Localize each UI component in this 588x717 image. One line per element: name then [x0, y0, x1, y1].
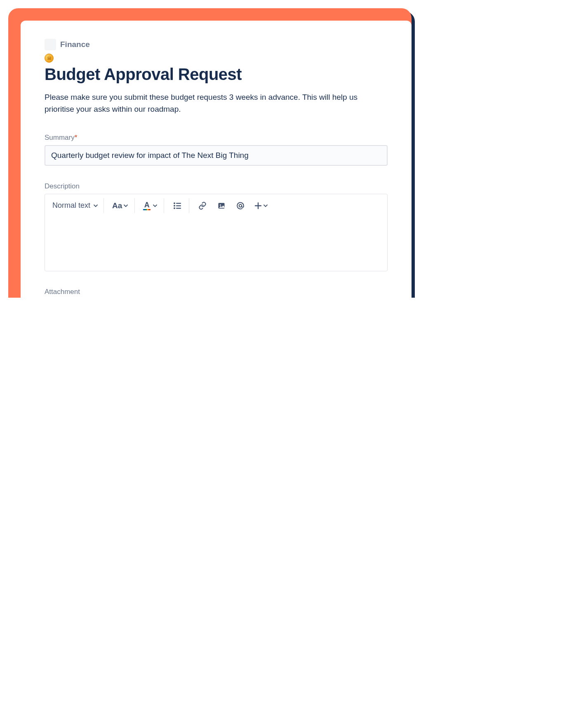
- svg-point-2: [174, 205, 175, 207]
- description-label: Description: [45, 182, 388, 190]
- chevron-down-icon: [94, 204, 98, 208]
- insert-more-button[interactable]: [253, 199, 269, 212]
- chevron-down-icon: [153, 204, 157, 208]
- text-color-button[interactable]: A: [141, 199, 159, 212]
- text-color-icon: A: [143, 201, 151, 210]
- chevron-down-icon: [124, 204, 128, 208]
- breadcrumb: Finance: [45, 39, 388, 50]
- rich-text-editor: Normal text Aa A: [45, 194, 388, 271]
- request-form-card: Finance 🏛 Budget Approval Request Please…: [21, 21, 412, 298]
- text-style-select[interactable]: Normal text: [52, 200, 99, 212]
- svg-rect-3: [176, 205, 181, 206]
- link-button[interactable]: [196, 199, 209, 212]
- editor-toolbar: Normal text Aa A: [45, 194, 387, 217]
- bullet-list-button[interactable]: [171, 199, 184, 212]
- image-button[interactable]: [215, 199, 228, 212]
- mention-icon: [236, 201, 245, 210]
- coin-icon: 🏛: [45, 54, 54, 63]
- svg-point-0: [174, 202, 175, 204]
- project-icon-placeholder: [45, 39, 56, 50]
- required-asterisk: *: [75, 134, 78, 141]
- breadcrumb-category[interactable]: Finance: [60, 40, 90, 49]
- link-icon: [198, 202, 207, 210]
- attachment-field-group: Attachment Drag and drop your files anyw…: [45, 288, 388, 298]
- svg-point-4: [174, 207, 175, 209]
- summary-label: Summary*: [45, 134, 388, 142]
- bullet-list-icon: [173, 202, 181, 209]
- summary-input[interactable]: [45, 145, 388, 166]
- page-subtitle: Please make sure you submit these budget…: [45, 91, 388, 115]
- summary-label-text: Summary: [45, 134, 75, 141]
- text-style-label: Normal text: [52, 201, 90, 210]
- svg-rect-5: [176, 208, 181, 209]
- description-editor-body[interactable]: [45, 217, 387, 271]
- page-title: Budget Approval Request: [45, 65, 388, 84]
- text-case-button[interactable]: Aa: [111, 199, 129, 212]
- mention-button[interactable]: [234, 199, 247, 212]
- chevron-down-icon: [263, 204, 268, 208]
- svg-point-7: [220, 205, 221, 206]
- summary-field-group: Summary*: [45, 134, 388, 166]
- image-icon: [217, 202, 226, 210]
- description-field-group: Description Normal text Aa: [45, 182, 388, 271]
- plus-icon: [254, 202, 262, 209]
- text-case-label: Aa: [112, 201, 122, 210]
- attachment-label: Attachment: [45, 288, 388, 296]
- svg-rect-1: [176, 203, 181, 204]
